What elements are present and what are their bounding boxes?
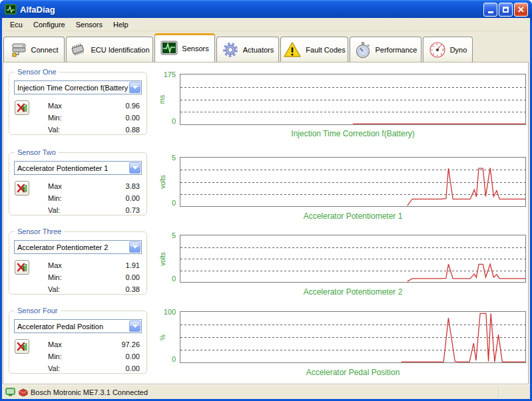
actuators-gear-icon: [222, 41, 239, 59]
chart-line: [180, 74, 525, 124]
chart-line: [180, 158, 525, 206]
tab-sensors[interactable]: Sensors: [154, 33, 215, 62]
title-bar[interactable]: AlfaDiag ✕: [0, 0, 532, 20]
menu-bar: Ecu Configure Sensors Help: [2, 18, 530, 31]
chart-title: Accelerator Potentiometer 1: [180, 211, 526, 221]
selected-sensor: Accelerator Pedal Position: [15, 323, 129, 331]
val-value: 0.00: [126, 364, 140, 372]
tab-performance[interactable]: Performance: [350, 37, 421, 62]
connected-device-icon: [5, 388, 15, 396]
app-window: AlfaDiag ✕ Ecu Configure Sensors Help Co…: [0, 0, 532, 401]
chart-title: Accelerator Pedal Position: [180, 368, 526, 377]
selected-sensor: Accelerator Potentiometer 1: [15, 164, 129, 172]
minimize-button[interactable]: [483, 3, 497, 17]
chart-plot-accel-pot-1: [180, 157, 526, 207]
maximize-button[interactable]: [499, 3, 513, 17]
sensors-page: Sensor One Injection Time Correction f(B…: [3, 62, 529, 384]
group-caption: Sensor One: [15, 68, 59, 76]
sensor-two-select[interactable]: Accelerator Potentiometer 1: [14, 161, 142, 175]
y-axis-min-tick: 0: [153, 275, 176, 283]
tab-label: Actuators: [243, 46, 274, 54]
performance-stopwatch-icon: [354, 41, 372, 59]
sensor-two-group: Sensor Two Accelerator Potentiometer 1 M…: [9, 152, 147, 215]
min-label: Min:: [39, 114, 62, 122]
max-value: 1.91: [126, 261, 140, 269]
reset-chart-button[interactable]: [15, 260, 29, 275]
chart-plot-injection-time: [180, 74, 526, 125]
max-label: Max: [39, 182, 62, 190]
y-axis-min-tick: 0: [153, 117, 176, 125]
group-caption: Sensor Three: [15, 227, 64, 235]
sensor-one-select[interactable]: Injection Time Correction f(Battery): [14, 80, 142, 94]
status-bar: Bosch Motronic ME7.3.1 Connected: [2, 384, 530, 399]
log-book-icon: [18, 388, 28, 396]
toolbar-tabs: Connect ECU Identification: [2, 32, 530, 62]
selected-sensor: Accelerator Potentiometer 2: [15, 243, 129, 251]
val-value: 0.38: [126, 285, 140, 293]
tab-connect[interactable]: Connect: [3, 37, 65, 62]
sensor-stats: Max1.91 Min:0.00 Val:0.38: [39, 259, 140, 295]
tab-dyno[interactable]: Dyno: [423, 37, 473, 62]
max-value: 3.83: [126, 182, 140, 190]
sensor-three-group: Sensor Three Accelerator Potentiometer 2…: [9, 231, 147, 295]
tab-label: Performance: [376, 46, 417, 54]
menu-ecu[interactable]: Ecu: [5, 19, 28, 30]
val-value: 0.88: [126, 126, 140, 134]
close-icon: ✕: [517, 5, 525, 14]
val-label: Val:: [39, 206, 60, 214]
chevron-down-icon[interactable]: [129, 82, 140, 93]
reset-chart-button[interactable]: [15, 181, 29, 196]
min-label: Min:: [39, 352, 62, 360]
clear-chart-icon: [17, 183, 27, 194]
tab-ecu-identification[interactable]: ECU Identification: [66, 37, 153, 62]
chevron-down-icon[interactable]: [129, 162, 140, 174]
chevron-down-icon[interactable]: [129, 321, 140, 332]
y-axis-min-tick: 0: [153, 355, 176, 363]
status-text: Bosch Motronic ME7.3.1 Connected: [31, 388, 148, 396]
sensor-four-select[interactable]: Accelerator Pedal Position: [14, 319, 142, 333]
sensor-stats: Max97.26 Min:0.00 Val:0.00: [39, 338, 140, 374]
min-label: Min:: [39, 273, 62, 281]
tab-label: Sensors: [182, 45, 208, 53]
tab-fault-codes[interactable]: Fault Codes: [280, 37, 348, 62]
sensor-four-group: Sensor Four Accelerator Pedal Position M…: [9, 311, 147, 374]
reset-chart-button[interactable]: [15, 100, 29, 115]
clear-chart-icon: [17, 262, 27, 273]
minimize-icon: [488, 11, 493, 13]
val-label: Val:: [39, 285, 60, 293]
selected-sensor: Injection Time Correction f(Battery): [15, 84, 129, 92]
chart-plot-accel-pedal: [180, 311, 526, 363]
min-value: 0.00: [126, 114, 140, 122]
menu-configure[interactable]: Configure: [28, 19, 71, 30]
fault-warning-icon: [283, 41, 302, 59]
clear-chart-icon: [17, 102, 27, 113]
chart-plot-accel-pot-2: [180, 235, 526, 283]
val-label: Val:: [39, 126, 60, 134]
val-label: Val:: [39, 364, 60, 372]
tab-label: Fault Codes: [306, 46, 345, 54]
close-button[interactable]: ✕: [514, 3, 528, 17]
y-axis-min-tick: 0: [153, 199, 176, 207]
clear-chart-icon: [17, 341, 27, 352]
max-value: 97.26: [121, 340, 140, 348]
max-value: 0.96: [126, 102, 140, 110]
group-caption: Sensor Two: [15, 148, 59, 156]
group-caption: Sensor Four: [15, 307, 61, 315]
min-value: 0.00: [126, 352, 140, 360]
min-label: Min:: [39, 194, 62, 202]
min-value: 0.00: [126, 194, 140, 202]
max-label: Max: [39, 261, 62, 269]
tab-actuators[interactable]: Actuators: [216, 37, 279, 62]
window-title: AlfaDiag: [20, 5, 482, 15]
chart-line: [180, 235, 525, 282]
ecu-chip-icon: [69, 41, 87, 59]
chevron-down-icon[interactable]: [129, 241, 140, 253]
reset-chart-button[interactable]: [15, 339, 29, 354]
chart-title: Accelerator Potentiometer 2: [180, 287, 526, 297]
sensors-scope-icon: [160, 41, 178, 57]
min-value: 0.00: [126, 273, 140, 281]
menu-sensors[interactable]: Sensors: [71, 19, 108, 30]
sensor-three-select[interactable]: Accelerator Potentiometer 2: [14, 240, 142, 254]
sensor-stats: Max0.96 Min:0.00 Val:0.88: [39, 100, 140, 136]
menu-help[interactable]: Help: [108, 19, 134, 30]
